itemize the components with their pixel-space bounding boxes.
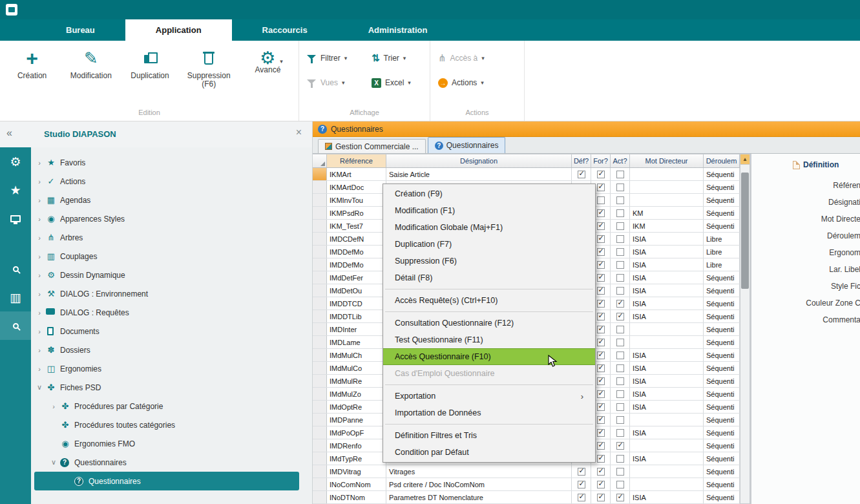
for-checkbox[interactable] <box>597 455 605 463</box>
act-checkbox[interactable] <box>616 468 624 476</box>
for-checkbox[interactable] <box>597 442 605 450</box>
favorites-icon[interactable]: ★ <box>0 176 31 204</box>
search-icon[interactable] <box>0 255 31 283</box>
chevron-down-icon[interactable]: ∨ <box>48 458 59 467</box>
menu-item-acces-questionnaire-f10[interactable]: Accès Questionnaire (F10) <box>383 348 595 365</box>
sidebar-item-favoris[interactable]: ›★Favoris <box>34 153 299 172</box>
act-checkbox[interactable] <box>616 390 624 398</box>
menu-item-detail-f8[interactable]: Détail (F8) <box>383 269 595 286</box>
row-selector[interactable] <box>313 168 327 180</box>
row-selector[interactable] <box>313 426 327 439</box>
menu-item-importation-de-donnees[interactable]: Importation de Données <box>383 404 595 421</box>
sidebar-item-agendas[interactable]: ›▦Agendas <box>34 191 299 209</box>
act-checkbox[interactable] <box>616 248 624 256</box>
row-selector[interactable] <box>313 491 327 503</box>
sidebar-item-dessin-dynamique[interactable]: ›⚙Dessin Dynamique <box>34 266 299 284</box>
sidebar-item-ergonomies[interactable]: ›◫Ergonomies <box>34 359 299 378</box>
row-selector[interactable] <box>313 297 327 310</box>
suppression-button[interactable]: Suppression (F6) <box>180 46 238 89</box>
chevron-right-icon[interactable]: › <box>34 159 45 167</box>
act-checkbox[interactable] <box>616 416 624 424</box>
for-checkbox[interactable] <box>597 364 605 372</box>
search-results-icon[interactable] <box>0 311 31 340</box>
for-checkbox[interactable] <box>597 287 605 295</box>
row-selector[interactable] <box>313 323 327 335</box>
for-checkbox[interactable] <box>597 429 605 437</box>
table-row-ikmart[interactable]: IKMArtSaisie ArticleSéquenti <box>313 168 740 181</box>
menu-item-test-questionnaire-f11[interactable]: Test Questionnaire (F11) <box>383 331 595 348</box>
ribbon-tab-raccourcis[interactable]: Raccourcis <box>232 19 338 41</box>
menu-item-duplication-f7[interactable]: Duplication (F7) <box>383 236 595 253</box>
act-checkbox[interactable] <box>616 494 624 501</box>
act-checkbox[interactable] <box>616 235 624 243</box>
for-checkbox[interactable] <box>597 326 605 333</box>
act-checkbox[interactable] <box>616 326 624 333</box>
for-checkbox[interactable] <box>597 468 605 476</box>
column-header-for[interactable]: For? <box>591 154 611 167</box>
chevron-right-icon[interactable]: › <box>34 253 45 260</box>
table-row-inocomnom[interactable]: INoComNomPsd critere / Doc INoComNomSéqu… <box>313 478 740 491</box>
grid-select-all-corner[interactable] <box>313 154 327 167</box>
tab-gestion-commerciale[interactable]: Gestion Commerciale ... <box>318 139 426 153</box>
for-checkbox[interactable] <box>597 494 605 501</box>
grid-scrollbar[interactable]: ▲ <box>740 154 750 504</box>
for-checkbox[interactable] <box>597 196 605 204</box>
close-icon[interactable]: × <box>296 127 302 138</box>
menu-item-condition-par-defaut[interactable]: Condition par Défaut <box>383 444 595 461</box>
row-selector[interactable] <box>313 375 327 387</box>
menu-item-exportation[interactable]: Exportation› <box>383 388 595 404</box>
app-window-icon[interactable] <box>6 4 17 16</box>
act-checkbox[interactable] <box>616 274 624 282</box>
sidebar-item-documents[interactable]: ›Documents <box>34 322 299 341</box>
row-selector[interactable] <box>313 220 327 232</box>
act-checkbox[interactable] <box>616 455 624 463</box>
chevron-right-icon[interactable]: › <box>34 309 45 317</box>
modification-button[interactable]: Modification <box>61 46 120 89</box>
grid-scrollbar-thumb[interactable] <box>741 173 749 289</box>
for-checkbox[interactable] <box>597 171 605 178</box>
chevron-right-icon[interactable]: › <box>34 271 45 279</box>
chevron-right-icon[interactable]: › <box>34 346 45 354</box>
act-checkbox[interactable] <box>616 352 624 359</box>
for-checkbox[interactable] <box>597 274 605 282</box>
menu-item-consultation-questionnaire-f12[interactable]: Consultation Questionnaire (F12) <box>383 315 595 331</box>
for-checkbox[interactable] <box>597 235 605 243</box>
for-checkbox[interactable] <box>597 416 605 424</box>
act-checkbox[interactable] <box>616 364 624 372</box>
def-checkbox[interactable] <box>578 171 585 178</box>
for-checkbox[interactable] <box>597 300 605 308</box>
act-checkbox[interactable] <box>616 171 624 178</box>
sidebar-item-procedures-toutes-categories[interactable]: ✤Procédures toutes catégories <box>34 415 299 434</box>
act-checkbox[interactable] <box>616 377 624 385</box>
act-checkbox[interactable] <box>616 442 624 450</box>
menu-item-modification-globale-maj-f1[interactable]: Modification Globale (Maj+F1) <box>383 219 595 236</box>
column-header-def[interactable]: Déf? <box>572 154 591 167</box>
row-selector[interactable] <box>313 478 327 490</box>
chevron-right-icon[interactable]: › <box>34 365 45 373</box>
chevron-down-icon[interactable]: ∨ <box>34 383 45 392</box>
for-checkbox[interactable] <box>597 403 605 411</box>
row-selector[interactable] <box>313 258 327 271</box>
act-checkbox[interactable] <box>616 429 624 437</box>
table-row-inodtnom[interactable]: INoDTNomParametres DT NomenclatureISIASé… <box>313 491 740 504</box>
for-checkbox[interactable] <box>597 184 605 191</box>
sidebar-item-apparences-styles[interactable]: ›◉Apparences Styles <box>34 209 299 228</box>
chevron-right-icon[interactable]: › <box>34 196 45 204</box>
avance-button[interactable]: ▾ Avancé <box>238 46 297 89</box>
act-checkbox[interactable] <box>616 209 624 217</box>
row-selector[interactable] <box>313 233 327 245</box>
for-checkbox[interactable] <box>597 261 605 269</box>
menu-item-modification-f1[interactable]: Modification (F1) <box>383 202 595 219</box>
row-selector[interactable] <box>313 401 327 413</box>
for-checkbox[interactable] <box>597 209 605 217</box>
chevron-right-icon[interactable]: › <box>34 328 45 335</box>
trier-button[interactable]: Trier ▾ <box>372 48 431 68</box>
modules-icon[interactable]: ▥ <box>0 283 31 311</box>
for-checkbox[interactable] <box>597 313 605 320</box>
sidebar-item-arbres[interactable]: ›⋔Arbres <box>34 228 299 247</box>
row-selector[interactable] <box>313 271 327 284</box>
actions-button[interactable]: Actions ▾ <box>438 73 522 92</box>
row-selector[interactable] <box>313 362 327 374</box>
menu-item-acces-requete-s-ctrl-f10[interactable]: Accès Requête(s) (Ctrl+F10) <box>383 292 595 309</box>
def-checkbox[interactable] <box>578 468 585 476</box>
